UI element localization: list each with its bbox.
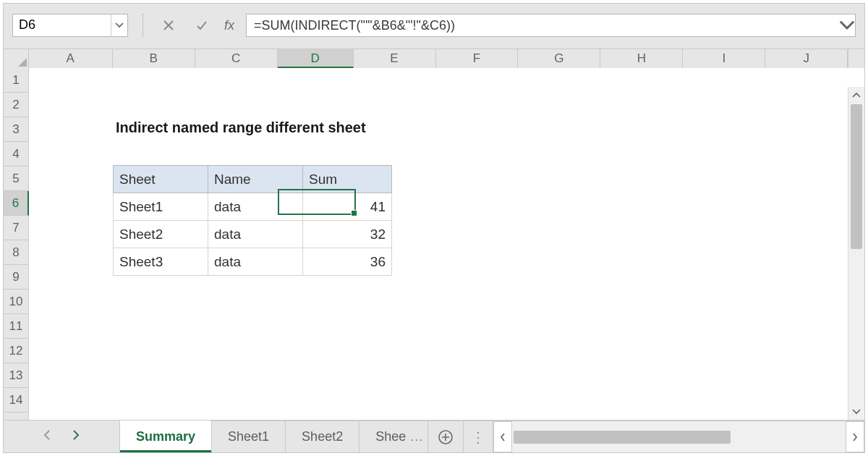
row-header-13[interactable]: 13 — [4, 363, 28, 388]
scroll-left-button[interactable] — [493, 421, 512, 452]
horizontal-scrollbar[interactable] — [493, 421, 864, 452]
table-cell[interactable]: Sheet2 — [114, 221, 208, 248]
select-all-triangle[interactable] — [4, 49, 29, 68]
horizontal-scroll-thumb[interactable] — [514, 431, 731, 444]
new-sheet-button[interactable] — [428, 421, 464, 452]
column-header-F[interactable]: F — [436, 49, 519, 68]
sheet-tab-summary[interactable]: Summary — [120, 421, 212, 452]
scroll-up-button[interactable] — [848, 87, 864, 103]
column-header-D[interactable]: D — [278, 49, 354, 68]
sheet-tab-strip: SummarySheet1Sheet2Shee... ⋮ — [4, 421, 864, 452]
vertical-scroll-thumb[interactable] — [851, 104, 862, 249]
column-header-J[interactable]: J — [765, 49, 848, 68]
scroll-right-button[interactable] — [846, 421, 864, 452]
sheet-nav-group — [4, 421, 120, 452]
table-cell[interactable]: data — [208, 221, 303, 248]
column-header-G[interactable]: G — [518, 49, 600, 68]
row-header-5[interactable]: 5 — [4, 166, 28, 191]
row-header-3[interactable]: 3 — [4, 117, 28, 142]
table-header: Sum — [303, 166, 392, 193]
sheet-nav-next[interactable] — [72, 429, 80, 444]
cancel-formula-button[interactable] — [152, 14, 185, 37]
column-header-I[interactable]: I — [683, 49, 765, 68]
accept-formula-button[interactable] — [185, 14, 218, 37]
formula-bar[interactable]: =SUM(INDIRECT("'"&B6&"'!"&C6)) — [246, 14, 856, 37]
formula-bar-divider — [142, 14, 143, 37]
worksheet-grid: ABCDEFGHIJ 1234567891011121314 Indirect … — [4, 48, 864, 421]
row-header-9[interactable]: 9 — [4, 265, 28, 290]
row-header-2[interactable]: 2 — [4, 93, 28, 117]
table-header: Sheet — [114, 166, 208, 193]
name-box-input[interactable] — [13, 14, 111, 35]
table-cell[interactable]: 41 — [303, 193, 392, 221]
column-header-H[interactable]: H — [600, 49, 683, 68]
row-header-10[interactable]: 10 — [4, 290, 28, 314]
column-header-B[interactable]: B — [113, 49, 195, 68]
sheet-tab-options[interactable]: ⋮ — [464, 421, 493, 452]
sheet-tab-sheet1[interactable]: Sheet1 — [212, 421, 286, 452]
row-headers: 1234567891011121314 — [4, 68, 29, 420]
table-cell[interactable]: 32 — [303, 221, 392, 248]
sheet-nav-prev[interactable] — [43, 429, 51, 444]
row-header-8[interactable]: 8 — [4, 240, 28, 265]
row-header-4[interactable]: 4 — [4, 142, 28, 166]
row-header-14[interactable]: 14 — [4, 388, 28, 413]
name-box[interactable] — [12, 14, 128, 37]
name-box-dropdown[interactable] — [111, 14, 127, 36]
fx-icon[interactable]: fx — [218, 18, 246, 33]
table-cell[interactable]: 36 — [303, 248, 392, 276]
sheet-tabs: SummarySheet1Sheet2Shee... — [120, 421, 428, 452]
row-header-1[interactable]: 1 — [4, 68, 28, 93]
vertical-scrollbar[interactable] — [848, 87, 864, 420]
table-header: Name — [208, 166, 303, 193]
table-cell[interactable]: data — [208, 193, 303, 221]
column-header-C[interactable]: C — [195, 49, 278, 68]
formula-bar-row: fx =SUM(INDIRECT("'"&B6&"'!"&C6)) — [4, 4, 864, 47]
worksheet-title-text: Indirect named range different sheet — [116, 119, 366, 136]
table-cell[interactable]: Sheet3 — [114, 248, 208, 276]
table-cell[interactable]: Sheet1 — [114, 193, 208, 221]
column-header-A[interactable]: A — [29, 49, 113, 68]
formula-bar-expand[interactable] — [839, 14, 855, 36]
data-table: SheetNameSumSheet1data41Sheet2data32Shee… — [113, 165, 392, 276]
formula-bar-text[interactable]: =SUM(INDIRECT("'"&B6&"'!"&C6)) — [254, 18, 455, 33]
table-cell[interactable]: data — [208, 248, 303, 276]
row-header-12[interactable]: 12 — [4, 339, 28, 363]
row-header-11[interactable]: 11 — [4, 314, 28, 339]
row-header-6[interactable]: 6 — [4, 191, 29, 216]
scroll-down-button[interactable] — [848, 404, 864, 420]
row-header-7[interactable]: 7 — [4, 216, 28, 240]
cells-area[interactable]: Indirect named range different sheet She… — [29, 68, 864, 420]
sheet-tab-sheet2[interactable]: Sheet2 — [286, 421, 359, 452]
column-headers: ABCDEFGHIJ — [4, 49, 864, 69]
column-header-E[interactable]: E — [354, 49, 436, 68]
sheet-tab-sheet3[interactable]: Shee... — [359, 421, 428, 452]
